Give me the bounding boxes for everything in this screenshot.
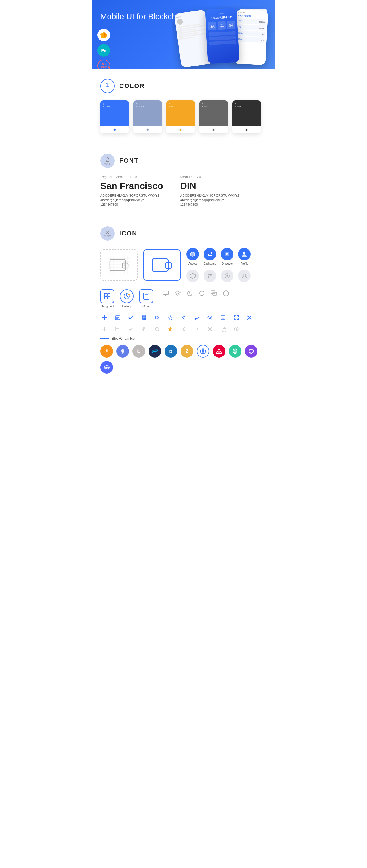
nav-icon-profile-gray (238, 270, 251, 282)
crypto-litecoin: Ł (133, 345, 145, 358)
svg-point-19 (125, 265, 126, 267)
font-numbers-sf: 1234567890 (101, 203, 163, 206)
screens-badge: 60+Screens (97, 60, 110, 69)
svg-marker-29 (190, 273, 195, 278)
misc-icons-row (162, 289, 230, 297)
search-icon-gray (153, 325, 161, 333)
font-upper-sf: ABCDEFGHIJKLMNOPQRSTUVWXYZ (101, 194, 163, 197)
discover-icon (221, 248, 233, 260)
svg-line-67 (158, 318, 159, 320)
qr-icon-gray (140, 325, 148, 333)
font-lower-sf: abcdefghijklmnopqrstuvwxyz (101, 198, 163, 202)
crypto-kyber (229, 345, 242, 358)
close-icon (246, 314, 253, 322)
nav-icon-profile: Profile (238, 248, 251, 265)
crypto-matic (245, 345, 257, 358)
crypto-band (101, 361, 113, 374)
search-icon (153, 314, 161, 322)
crypto-zcash: Z (181, 345, 193, 358)
phone-mockup-center: myWallet $ 6,297,502.12 BTC+12% ETH+8% W… (205, 8, 239, 64)
chat-icon (162, 289, 170, 297)
icon-management: Mangment (101, 289, 114, 308)
close-icon-gray (206, 325, 214, 333)
svg-point-32 (243, 274, 246, 276)
blockchain-label-text: BlockChain Icon (112, 337, 137, 341)
nav-icon-assets-gray (186, 270, 199, 282)
nav-icon-exchange-gray (204, 270, 216, 282)
color-grid: #3574FA #8DA0C8 #F5A623 #666666 #303030 (101, 100, 266, 144)
font-section-content: Regular · Medium · Bold San Francisco AB… (101, 175, 266, 216)
svg-rect-20 (152, 259, 168, 271)
color-section-badge: 1 ONE (101, 79, 115, 93)
svg-rect-34 (108, 293, 110, 296)
share-icon (193, 314, 201, 322)
chevron-left-icon (179, 314, 188, 322)
icon-section-badge: 3 THREE (101, 226, 115, 241)
svg-point-89 (236, 328, 236, 329)
color-card-dark: #303030 (232, 100, 261, 133)
icon-history: History (120, 289, 134, 308)
nav-icons-gray-row (186, 270, 251, 282)
svg-point-28 (243, 252, 246, 254)
svg-point-27 (227, 253, 228, 255)
font-upper-din: ABCDEFGHIJKLMNOPQRSTUVWXYZ (180, 194, 240, 197)
layers-icon (174, 289, 182, 297)
svg-point-49 (226, 292, 226, 292)
font-col-din: Medium · Bold DIN ABCDEFGHIJKLMNOPQRSTUV… (180, 175, 240, 206)
crypto-ethereum (116, 345, 129, 358)
chat-double-icon (210, 289, 218, 297)
svg-marker-84 (168, 327, 172, 331)
expand-icon (232, 314, 240, 322)
check-icon (127, 314, 135, 322)
crypto-coins-row: Ł D Z (101, 345, 266, 385)
list-icon-gray (114, 325, 121, 333)
icon-grid-main: Assets Exchange (101, 248, 266, 282)
main-content: 1 ONE COLOR #3574FA #8DA0C8 #F5A623 #666… (92, 69, 275, 395)
font-section-title: FONT (119, 157, 139, 164)
assets-icon (186, 248, 199, 260)
small-icons-row-1 (101, 314, 266, 322)
star-icon-yellow (166, 325, 174, 333)
color-section-header: 1 ONE COLOR (101, 69, 266, 100)
crypto-ark (213, 345, 225, 358)
svg-point-22 (168, 265, 169, 267)
wallet-icon-grid (101, 249, 138, 281)
svg-rect-59 (144, 316, 146, 317)
svg-rect-45 (211, 291, 215, 293)
assets-icon-gray (186, 270, 199, 282)
bottom-icons-row: Mangment History (101, 289, 266, 308)
phone-mockups-area: Profile myWallet $ 6,297,502.12 BTC+12% (172, 6, 275, 69)
icon-order: Order (139, 289, 153, 308)
qr-icon (140, 314, 148, 322)
nav-icons-colored-row: Assets Exchange (186, 248, 251, 265)
list-icon (114, 314, 121, 322)
font-name-din: DIN (180, 181, 240, 191)
exchange-icon (204, 248, 216, 260)
inbox-icon (219, 314, 227, 322)
svg-rect-81 (142, 330, 144, 331)
svg-point-31 (226, 275, 228, 277)
crypto-waves (148, 345, 161, 358)
sketch-badge (97, 29, 110, 41)
icon-section-header: 3 THREE ICON (101, 216, 266, 248)
nav-icon-assets: Assets (186, 248, 199, 265)
font-lower-din: abcdefghijklmnopqrstuvwxyz (180, 198, 240, 202)
svg-rect-64 (144, 319, 145, 320)
nav-icon-exchange: Exchange (204, 248, 216, 265)
discover-icon-gray (221, 270, 233, 282)
profile-icon (238, 248, 251, 260)
font-style-sf: Regular · Medium · Bold (101, 175, 163, 179)
color-card-orange: #F5A623 (166, 100, 195, 133)
svg-point-69 (209, 317, 211, 318)
svg-rect-65 (145, 319, 146, 320)
arrow-icon-gray (193, 325, 201, 333)
svg-rect-35 (104, 297, 107, 299)
plus-icon-gray (101, 325, 108, 333)
svg-rect-43 (163, 291, 168, 295)
crypto-grid-token (197, 345, 209, 358)
svg-rect-33 (104, 293, 107, 296)
svg-rect-17 (110, 259, 125, 271)
color-card-gray-blue: #8DA0C8 (133, 100, 162, 133)
icon-section-content: Assets Exchange (101, 248, 266, 395)
small-icons-row-2-gray (101, 325, 266, 333)
